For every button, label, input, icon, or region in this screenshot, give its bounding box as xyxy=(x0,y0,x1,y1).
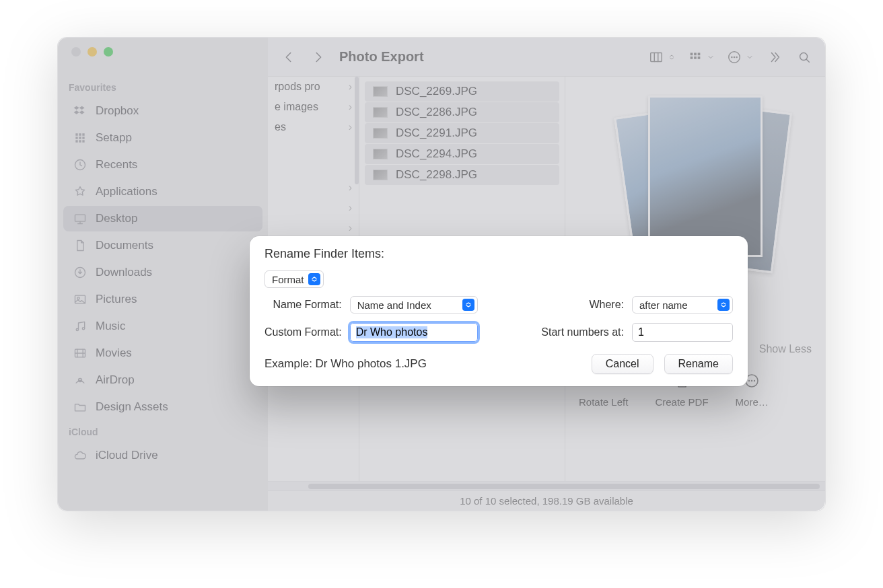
folder-row[interactable]: › xyxy=(268,178,359,198)
svg-point-6 xyxy=(82,328,84,330)
sidebar-item-setapp[interactable]: Setapp xyxy=(63,125,262,151)
view-columns-button[interactable] xyxy=(649,50,676,65)
desktop-icon xyxy=(73,211,87,226)
folder-label: e images xyxy=(275,101,318,113)
file-name: DSC_2286.JPG xyxy=(396,106,477,119)
folder-row[interactable]: e images › xyxy=(268,97,359,117)
folder-label: es xyxy=(275,121,286,133)
grid-icon xyxy=(73,131,87,145)
chevron-right-icon: › xyxy=(349,222,352,234)
toolbar: Photo Export xyxy=(268,38,825,77)
svg-point-12 xyxy=(734,56,736,58)
window-close-button[interactable] xyxy=(71,47,81,57)
sidebar-item-label: Dropbox xyxy=(96,104,139,118)
start-numbers-input[interactable] xyxy=(632,323,733,342)
file-item[interactable]: DSC_2291.JPG xyxy=(365,123,559,143)
custom-format-input[interactable] xyxy=(350,323,478,342)
image-thumb-icon xyxy=(373,128,388,139)
clock-icon xyxy=(73,157,87,172)
rename-dialog: Rename Finder Items: Format Name Format:… xyxy=(250,236,748,386)
back-button[interactable] xyxy=(280,48,297,66)
sidebar-item-airdrop[interactable]: AirDrop xyxy=(63,367,262,393)
document-icon xyxy=(73,238,87,253)
airdrop-icon xyxy=(73,373,87,388)
folder-icon xyxy=(73,400,87,414)
cancel-button[interactable]: Cancel xyxy=(592,354,654,374)
search-button[interactable] xyxy=(796,48,813,66)
svg-point-18 xyxy=(751,380,752,381)
group-by-button[interactable] xyxy=(688,50,715,65)
file-item[interactable]: DSC_2286.JPG xyxy=(365,102,559,122)
sidebar-item-label: Desktop xyxy=(96,212,137,225)
sidebar-item-label: Applications xyxy=(96,185,157,198)
action-label: More… xyxy=(736,396,769,408)
folder-row[interactable]: rpods pro › xyxy=(268,77,359,97)
file-name: DSC_2298.JPG xyxy=(396,168,477,182)
chevron-right-icon: › xyxy=(349,202,352,214)
dropdown-caret-icon xyxy=(462,299,474,311)
rename-button[interactable]: Rename xyxy=(664,354,733,374)
sidebar-item-recents[interactable]: Recents xyxy=(63,152,262,178)
dropdown-value: Name and Index xyxy=(357,299,431,311)
status-bar: 10 of 10 selected, 198.19 GB available xyxy=(268,490,825,511)
file-item[interactable]: DSC_2298.JPG xyxy=(365,165,559,185)
file-name: DSC_2294.JPG xyxy=(396,147,477,161)
music-icon xyxy=(73,319,87,334)
chevron-right-icon: › xyxy=(349,81,352,93)
sidebar-item-label: Downloads xyxy=(96,266,152,279)
image-thumb-icon xyxy=(373,170,388,180)
folder-row[interactable]: es › xyxy=(268,117,359,137)
sidebar-item-downloads[interactable]: Downloads xyxy=(63,260,262,285)
action-label: Rotate Left xyxy=(579,396,628,408)
name-format-dropdown[interactable]: Name and Index xyxy=(350,296,478,314)
sidebar-item-design-assets[interactable]: Design Assets xyxy=(63,394,262,420)
show-less-button[interactable]: Show Less xyxy=(759,343,812,355)
sidebar-item-applications[interactable]: Applications xyxy=(63,179,262,205)
chevron-right-icon: › xyxy=(349,101,352,113)
sidebar-heading-icloud: iCloud xyxy=(58,421,268,441)
svg-point-19 xyxy=(754,380,755,381)
sidebar-item-documents[interactable]: Documents xyxy=(63,233,262,258)
file-item[interactable]: DSC_2269.JPG xyxy=(365,81,559,102)
chevron-right-icon: › xyxy=(349,182,352,194)
forward-button[interactable] xyxy=(310,48,327,66)
svg-point-5 xyxy=(76,328,78,330)
horizontal-scrollbar[interactable] xyxy=(268,481,825,490)
image-thumb-icon xyxy=(373,107,388,118)
sidebar-item-label: Pictures xyxy=(96,293,137,306)
file-item[interactable]: DSC_2294.JPG xyxy=(365,144,559,164)
window-minimize-button[interactable] xyxy=(87,47,97,57)
rename-mode-dropdown[interactable]: Format xyxy=(264,270,324,288)
sidebar-item-label: Recents xyxy=(96,158,137,172)
sidebar-item-pictures[interactable]: Pictures xyxy=(63,287,262,312)
folder-row[interactable]: › xyxy=(268,218,359,238)
image-thumb-icon xyxy=(373,86,388,97)
sidebar-item-label: Music xyxy=(96,320,125,333)
folder-label: rpods pro xyxy=(275,81,320,93)
svg-point-11 xyxy=(731,56,733,58)
pictures-icon xyxy=(73,292,87,307)
where-label: Where: xyxy=(541,299,624,311)
folder-row[interactable]: › xyxy=(268,198,359,218)
dropbox-icon xyxy=(73,104,87,118)
dialog-title: Rename Finder Items: xyxy=(264,247,733,261)
sidebar-item-label: Design Assets xyxy=(96,400,168,414)
window-title: Photo Export xyxy=(339,49,424,65)
window-zoom-button[interactable] xyxy=(104,47,113,57)
sidebar-item-music[interactable]: Music xyxy=(63,314,262,339)
sidebar-item-desktop[interactable]: Desktop xyxy=(63,206,262,231)
dropdown-caret-icon xyxy=(717,299,730,311)
svg-point-17 xyxy=(748,380,750,381)
where-dropdown[interactable]: after name xyxy=(632,296,733,314)
dropdown-value: Format xyxy=(272,274,304,285)
overflow-button[interactable] xyxy=(766,48,783,66)
sidebar-item-icloud-drive[interactable]: iCloud Drive xyxy=(63,443,262,468)
action-menu-button[interactable] xyxy=(727,50,754,65)
sidebar-item-dropbox[interactable]: Dropbox xyxy=(63,98,262,124)
svg-rect-9 xyxy=(651,52,662,61)
chevron-right-icon: › xyxy=(349,121,352,133)
apps-icon xyxy=(73,184,87,199)
sidebar-item-movies[interactable]: Movies xyxy=(63,340,262,366)
sidebar-item-label: iCloud Drive xyxy=(96,449,158,462)
sidebar-item-label: Movies xyxy=(96,346,132,360)
